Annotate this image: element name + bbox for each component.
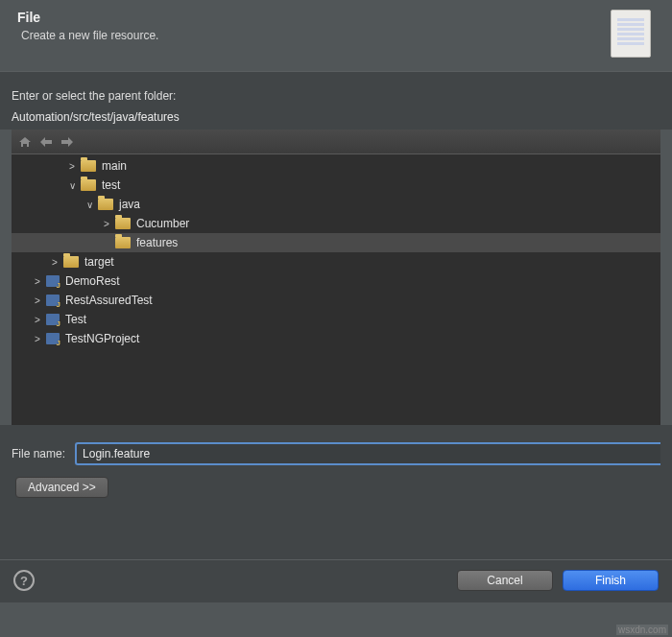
tree-row[interactable]: >TestNGProject (12, 329, 660, 348)
project-icon (46, 275, 60, 287)
filename-section: File name: (0, 425, 672, 477)
folder-icon (115, 218, 131, 229)
tree-item-label: features (136, 236, 178, 249)
twisty-icon[interactable]: > (33, 315, 42, 325)
folder-icon (63, 256, 79, 268)
watermark: wsxdn.com (616, 625, 668, 635)
spacer (0, 506, 672, 559)
twisty-icon[interactable]: > (33, 276, 42, 287)
twisty-icon[interactable]: > (50, 257, 60, 268)
tree-row[interactable]: >target (12, 252, 660, 271)
filename-label: File name: (12, 447, 65, 460)
folder-icon (81, 179, 96, 191)
file-icon (611, 10, 651, 58)
project-icon (46, 295, 60, 306)
advanced-section: Advanced >> (0, 477, 672, 506)
tree-row[interactable]: >DemoRest (12, 271, 660, 291)
tree-row[interactable]: ∨java (12, 195, 660, 214)
tree-item-label: DemoRest (65, 274, 120, 288)
dialog-footer: ? Cancel Finish (0, 559, 672, 602)
cancel-button[interactable]: Cancel (457, 570, 553, 591)
parent-folder-label: Enter or select the parent folder: (12, 89, 660, 103)
tree-item-label: target (84, 255, 114, 269)
folder-tree: >main∨test∨java>Cucumberfeatures>target>… (12, 130, 660, 425)
tree-item-label: Test (65, 313, 86, 326)
tree-row[interactable]: >Cucumber (12, 214, 660, 233)
dialog-subtitle: Create a new file resource. (21, 29, 611, 42)
tree-row[interactable]: >RestAssuredTest (12, 291, 660, 310)
tree-item-label: java (119, 198, 140, 211)
tree-item-label: main (102, 159, 127, 173)
twisty-icon[interactable]: ∨ (67, 180, 77, 191)
tree-body[interactable]: >main∨test∨java>Cucumberfeatures>target>… (12, 154, 660, 425)
folder-icon (81, 160, 96, 172)
finish-button[interactable]: Finish (563, 570, 659, 591)
forward-arrow-icon[interactable] (60, 134, 75, 150)
tree-row[interactable]: features (12, 233, 660, 252)
tree-item-label: Cucumber (136, 217, 189, 230)
filename-input[interactable] (75, 442, 660, 465)
help-icon[interactable]: ? (13, 570, 35, 591)
twisty-icon[interactable]: ∨ (84, 200, 94, 210)
folder-icon (115, 237, 131, 248)
back-arrow-icon[interactable] (38, 134, 54, 150)
twisty-icon[interactable]: > (102, 219, 111, 229)
project-icon (46, 314, 60, 325)
tree-item-label: RestAssuredTest (65, 294, 153, 307)
tree-item-label: test (102, 178, 120, 192)
twisty-icon[interactable]: > (33, 295, 42, 306)
twisty-icon[interactable]: > (67, 161, 77, 172)
tree-row[interactable]: >Test (12, 310, 660, 329)
tree-toolbar (12, 130, 660, 154)
dialog-header: File Create a new file resource. (0, 0, 672, 71)
project-icon (46, 333, 60, 344)
folder-icon (98, 199, 113, 210)
parent-folder-section: Enter or select the parent folder: (0, 71, 672, 130)
advanced-button[interactable]: Advanced >> (15, 477, 108, 498)
tree-row[interactable]: >main (12, 156, 660, 176)
tree-item-label: TestNGProject (65, 332, 139, 345)
dialog-title: File (17, 10, 611, 25)
parent-folder-input[interactable] (12, 108, 660, 126)
home-icon[interactable] (17, 134, 33, 150)
twisty-icon[interactable]: > (33, 334, 42, 344)
tree-row[interactable]: ∨test (12, 176, 660, 195)
